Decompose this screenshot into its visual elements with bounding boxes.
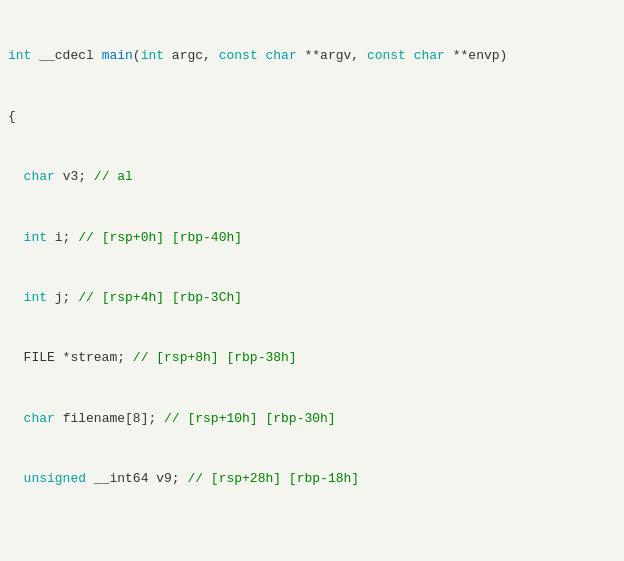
line-8: unsigned __int64 v9; // [rsp+28h] [rbp-1… — [8, 469, 616, 489]
code-content: int __cdecl main(int argc, const char **… — [0, 0, 624, 561]
line-5: int j; // [rsp+4h] [rbp-3Ch] — [8, 288, 616, 308]
line-3: char v3; // al — [8, 167, 616, 187]
line-2: { — [8, 107, 616, 127]
line-1: int __cdecl main(int argc, const char **… — [8, 46, 616, 66]
line-7: char filename[8]; // [rsp+10h] [rbp-30h] — [8, 409, 616, 429]
line-4: int i; // [rsp+0h] [rbp-40h] — [8, 228, 616, 248]
line-6: FILE *stream; // [rsp+8h] [rbp-38h] — [8, 348, 616, 368]
line-9 — [8, 530, 616, 550]
code-window: int __cdecl main(int argc, const char **… — [0, 0, 624, 561]
